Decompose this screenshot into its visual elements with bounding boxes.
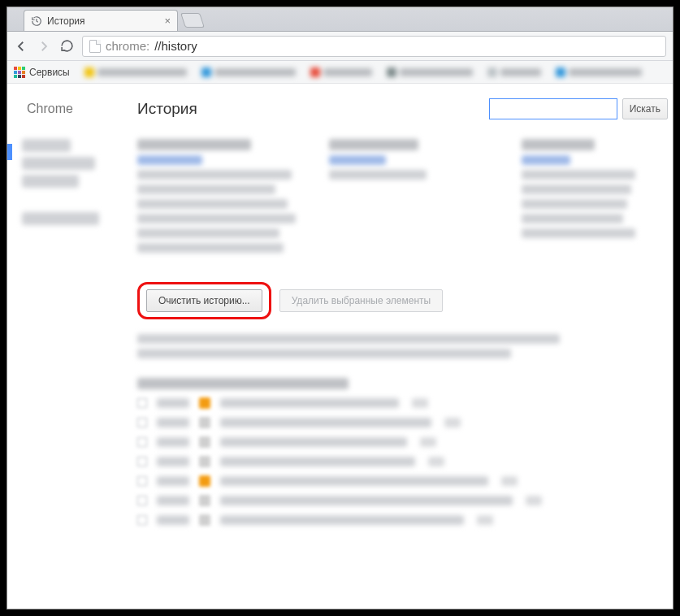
active-indicator xyxy=(7,144,12,160)
apps-shortcut[interactable]: Сервисы xyxy=(14,67,70,78)
apps-label: Сервисы xyxy=(29,67,70,78)
checkbox[interactable] xyxy=(137,437,147,447)
url-path: //history xyxy=(154,39,197,53)
favicon xyxy=(199,436,210,448)
checkbox[interactable] xyxy=(137,515,147,525)
bookmark-item[interactable] xyxy=(201,67,296,78)
bookmark-item[interactable] xyxy=(387,67,473,78)
page-icon xyxy=(89,40,101,53)
page-header: Chrome История Искать xyxy=(7,84,673,131)
clear-history-button[interactable]: Очистить историю... xyxy=(146,289,262,312)
new-tab-button[interactable] xyxy=(180,13,205,28)
sidebar-item[interactable] xyxy=(22,212,99,225)
browser-window: История × chrome://history Сервисы xyxy=(6,7,674,609)
history-entry[interactable] xyxy=(137,436,665,448)
search-button[interactable]: Искать xyxy=(622,98,668,119)
favicon xyxy=(199,514,210,526)
toolbar: chrome://history xyxy=(7,32,673,61)
checkbox[interactable] xyxy=(137,418,147,427)
history-entry[interactable] xyxy=(137,514,665,526)
history-entry[interactable] xyxy=(137,495,665,506)
favicon xyxy=(199,475,210,487)
apps-icon xyxy=(14,67,25,78)
main-panel: Очистить историю... Удалить выбранные эл… xyxy=(137,131,673,534)
date-heading xyxy=(137,378,349,389)
other-devices xyxy=(137,134,665,258)
history-entry[interactable] xyxy=(137,475,665,487)
history-entry[interactable] xyxy=(137,456,665,467)
history-actions: Очистить историю... Удалить выбранные эл… xyxy=(137,282,665,319)
checkbox[interactable] xyxy=(137,457,147,466)
reload-icon[interactable] xyxy=(59,39,74,54)
address-bar[interactable]: chrome://history xyxy=(82,36,666,57)
delete-selected-button[interactable]: Удалить выбранные элементы xyxy=(279,289,443,312)
favicon xyxy=(199,495,210,506)
sidebar-item[interactable] xyxy=(22,139,71,152)
favicon xyxy=(199,456,210,467)
tab-strip: История × xyxy=(7,7,673,32)
history-icon xyxy=(31,15,42,27)
page-content: Chrome История Искать xyxy=(7,84,673,609)
forward-icon[interactable] xyxy=(37,39,51,54)
bookmark-item[interactable] xyxy=(310,67,372,78)
favicon xyxy=(199,417,210,428)
checkbox[interactable] xyxy=(137,476,147,486)
close-icon[interactable]: × xyxy=(164,15,171,26)
bookmarks-bar: Сервисы xyxy=(7,61,673,84)
search-input[interactable] xyxy=(489,98,617,119)
checkbox[interactable] xyxy=(137,398,147,408)
checkbox[interactable] xyxy=(137,496,147,505)
page-title: История xyxy=(137,100,197,118)
sidebar xyxy=(7,131,137,534)
history-entry[interactable] xyxy=(137,397,665,409)
back-icon[interactable] xyxy=(14,39,28,54)
url-scheme: chrome: xyxy=(106,39,149,53)
highlight-annotation: Очистить историю... xyxy=(137,282,271,319)
sidebar-item[interactable] xyxy=(22,175,79,188)
favicon xyxy=(199,397,210,409)
bookmark-item[interactable] xyxy=(487,67,541,78)
sync-info xyxy=(137,334,665,358)
bookmark-item[interactable] xyxy=(556,67,642,78)
tab-history[interactable]: История × xyxy=(24,10,178,31)
brand-label: Chrome xyxy=(7,102,137,116)
bookmark-item[interactable] xyxy=(84,67,187,78)
tab-title: История xyxy=(47,15,85,27)
history-entry[interactable] xyxy=(137,417,665,428)
sidebar-item[interactable] xyxy=(22,157,95,170)
